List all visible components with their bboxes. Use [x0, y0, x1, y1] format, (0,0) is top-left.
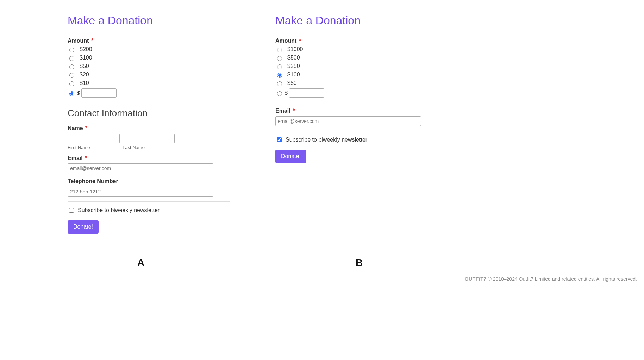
amount-option-1000-label: $1000: [287, 46, 303, 52]
form-b: Make a Donation Amount * $1000 $500 $250: [275, 14, 437, 234]
amount-field-b: Amount * $1000 $500 $250 $100: [275, 38, 437, 98]
donate-button-a[interactable]: Donate!: [68, 220, 99, 234]
email-label-b: Email *: [275, 108, 437, 114]
amount-radio-b-50[interactable]: [277, 81, 282, 86]
divider-a1: [68, 103, 230, 103]
required-marker: *: [91, 38, 93, 44]
amount-custom-input-b[interactable]: [289, 88, 324, 98]
amount-label-b: Amount *: [275, 38, 437, 44]
email-label-a: Email *: [68, 155, 230, 161]
amount-option-250[interactable]: $250: [275, 63, 437, 69]
email-label-text-b: Email: [275, 108, 290, 114]
phone-input-a[interactable]: [68, 187, 213, 197]
required-marker: *: [85, 125, 87, 131]
amount-radio-250[interactable]: [277, 64, 282, 69]
first-name-input-a[interactable]: [68, 134, 120, 143]
amount-radio-200[interactable]: [69, 48, 74, 52]
name-inputs-row-a: First Name Last Name: [68, 134, 230, 150]
panel-label-a: A: [137, 257, 144, 268]
amount-custom-input-a[interactable]: [81, 88, 117, 98]
divider-a2: [68, 201, 230, 202]
last-name-sublabel-a: Last Name: [123, 145, 175, 150]
divider-b1: [275, 103, 437, 103]
email-input-b[interactable]: [275, 116, 421, 126]
subscribe-row-b[interactable]: Subscribe to biweekly newsletter: [275, 136, 437, 143]
amount-option-50[interactable]: $50: [68, 63, 230, 69]
amount-option-500[interactable]: $500: [275, 55, 437, 61]
amount-radio-100[interactable]: [69, 56, 74, 61]
amount-option-20-label: $20: [80, 72, 89, 78]
amount-label-text-b: Amount: [275, 38, 296, 44]
first-name-col-a: First Name: [68, 134, 120, 150]
form-a-title: Make a Donation: [68, 14, 230, 27]
amount-option-1000[interactable]: $1000: [275, 46, 437, 52]
footer-brand: OUTFiT7: [465, 276, 487, 282]
first-name-sublabel-a: First Name: [68, 145, 120, 150]
footer-copyright: OUTFiT7 © 2010–2024 Outfit7 Limited and …: [465, 276, 637, 282]
amount-label-a: Amount *: [68, 38, 230, 44]
name-label-a: Name *: [68, 125, 230, 131]
name-label-text-a: Name: [68, 125, 83, 131]
amount-option-100-label: $100: [80, 55, 92, 61]
amount-option-20[interactable]: $20: [68, 72, 230, 78]
amount-label-text-a: Amount: [68, 38, 89, 44]
amount-option-200[interactable]: $200: [68, 46, 230, 52]
subscribe-checkbox-b[interactable]: [277, 137, 282, 142]
email-field-b: Email *: [275, 108, 437, 126]
amount-radio-list-a: $200 $100 $50 $20 $10: [68, 46, 230, 98]
form-b-title: Make a Donation: [275, 14, 437, 27]
forms-container: Make a Donation Amount * $200 $100 $50: [0, 0, 644, 234]
amount-option-10[interactable]: $10: [68, 80, 230, 86]
amount-option-b-100-label: $100: [287, 72, 300, 78]
amount-option-10-label: $10: [80, 80, 89, 86]
footer-text: © 2010–2024 Outfit7 Limited and related …: [488, 276, 637, 282]
amount-radio-20[interactable]: [69, 73, 74, 78]
last-name-col-a: Last Name: [123, 134, 175, 150]
amount-option-b-50-label: $50: [287, 80, 297, 86]
subscribe-checkbox-a[interactable]: [69, 208, 74, 213]
required-marker: *: [85, 155, 87, 161]
amount-custom-prefix-b: $: [285, 90, 288, 96]
required-marker: *: [293, 108, 295, 114]
last-name-input-a[interactable]: [123, 134, 175, 143]
amount-option-200-label: $200: [80, 46, 92, 52]
amount-option-b-100[interactable]: $100: [275, 72, 437, 78]
amount-option-250-label: $250: [287, 63, 300, 69]
amount-option-custom-a[interactable]: $: [68, 88, 230, 98]
amount-radio-50[interactable]: [69, 64, 74, 69]
contact-heading-a: Contact Information: [68, 108, 230, 119]
amount-option-b-50[interactable]: $50: [275, 80, 437, 86]
amount-option-50-label: $50: [80, 63, 89, 69]
phone-label-a: Telephone Number: [68, 178, 230, 185]
subscribe-row-a[interactable]: Subscribe to biweekly newsletter: [68, 207, 230, 214]
amount-radio-500[interactable]: [277, 56, 282, 61]
divider-b2: [275, 131, 437, 131]
email-label-text-a: Email: [68, 155, 83, 161]
form-a: Make a Donation Amount * $200 $100 $50: [68, 14, 230, 234]
amount-radio-b-100[interactable]: [277, 73, 282, 78]
amount-option-100[interactable]: $100: [68, 55, 230, 61]
amount-radio-custom-b[interactable]: [277, 91, 282, 96]
amount-radio-list-b: $1000 $500 $250 $100 $50: [275, 46, 437, 98]
amount-custom-prefix-a: $: [77, 90, 80, 96]
amount-radio-custom-a[interactable]: [69, 91, 74, 96]
subscribe-label-a: Subscribe to biweekly newsletter: [78, 207, 160, 213]
amount-radio-1000[interactable]: [277, 48, 282, 52]
donate-button-b[interactable]: Donate!: [275, 150, 306, 163]
email-input-a[interactable]: [68, 163, 213, 173]
amount-radio-10[interactable]: [69, 81, 74, 86]
email-field-a: Email *: [68, 155, 230, 173]
amount-field-a: Amount * $200 $100 $50 $20: [68, 38, 230, 98]
phone-field-a: Telephone Number: [68, 178, 230, 197]
subscribe-label-b: Subscribe to biweekly newsletter: [286, 137, 367, 143]
panel-label-b: B: [356, 257, 363, 268]
required-marker: *: [299, 38, 301, 44]
name-field-a: Name * First Name Last Name: [68, 125, 230, 150]
amount-option-500-label: $500: [287, 55, 300, 61]
amount-option-custom-b[interactable]: $: [275, 88, 437, 98]
